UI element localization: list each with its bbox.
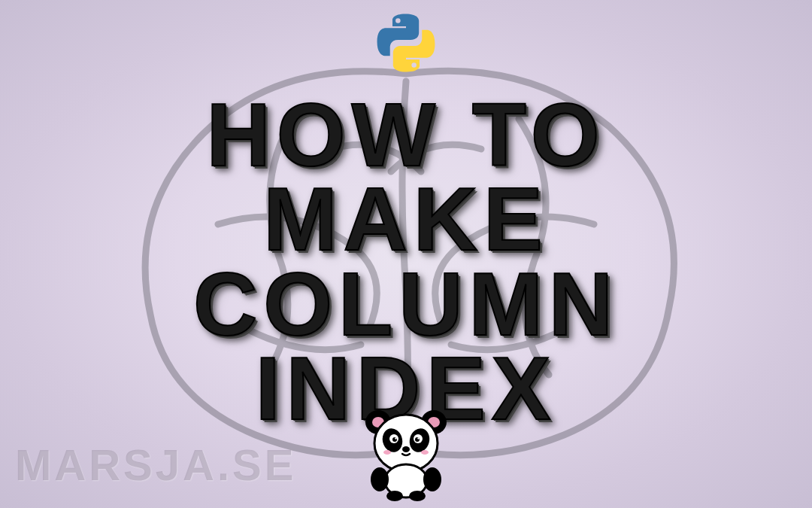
title-block: HOW TO MAKE COLUMN INDEX (193, 93, 619, 430)
title-line-1: HOW TO (207, 93, 606, 177)
svg-point-19 (386, 491, 403, 501)
svg-point-15 (402, 446, 410, 452)
panda-mascot-icon (357, 404, 455, 502)
svg-point-14 (421, 450, 429, 455)
title-line-2: MAKE (263, 177, 548, 261)
svg-point-17 (371, 467, 389, 491)
svg-point-20 (409, 491, 426, 501)
python-logo-icon (372, 9, 440, 77)
main-content: HOW TO MAKE COLUMN INDEX (0, 0, 812, 508)
svg-point-18 (423, 467, 441, 491)
svg-point-12 (417, 437, 419, 439)
svg-point-13 (383, 450, 391, 455)
title-line-3: COLUMN (193, 262, 619, 346)
watermark-text: MARSJA.SE (15, 440, 296, 490)
svg-point-11 (395, 437, 396, 439)
